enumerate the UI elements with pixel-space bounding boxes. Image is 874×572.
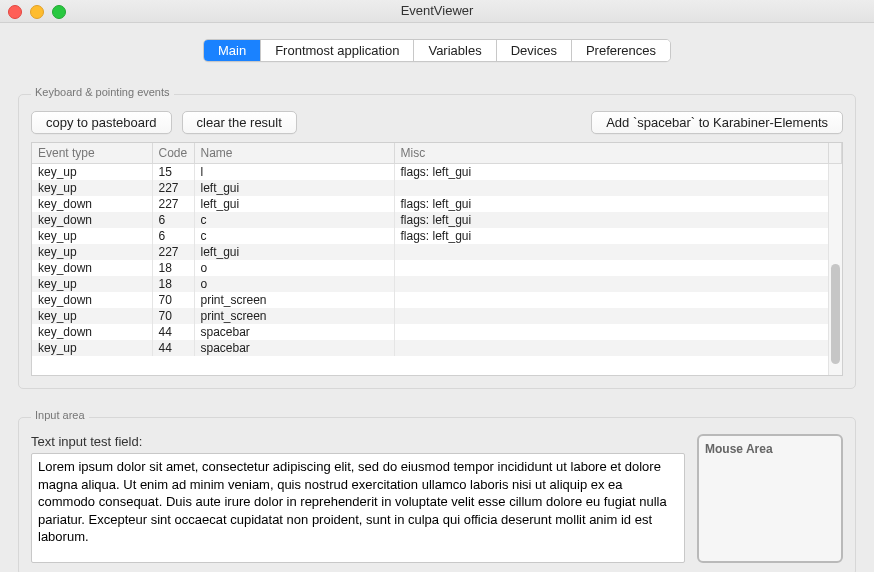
cell-misc — [394, 324, 829, 340]
cell-misc: flags: left_gui — [394, 164, 829, 181]
cell-code: 227 — [152, 180, 194, 196]
cell-event_type: key_up — [32, 308, 152, 324]
mouse-area[interactable]: Mouse Area — [697, 434, 843, 563]
table-row[interactable]: key_up15lflags: left_gui — [32, 164, 842, 181]
table-row[interactable]: key_up227left_gui — [32, 180, 842, 196]
cell-event_type: key_up — [32, 180, 152, 196]
cell-code: 227 — [152, 196, 194, 212]
cell-name: o — [194, 276, 394, 292]
column-header-misc[interactable]: Misc — [394, 143, 829, 164]
window-minimize-button[interactable] — [30, 5, 44, 19]
column-header-event-type[interactable]: Event type — [32, 143, 152, 164]
cell-name: o — [194, 260, 394, 276]
cell-name: left_gui — [194, 180, 394, 196]
table-row[interactable]: key_up227left_gui — [32, 244, 842, 260]
table-row[interactable]: key_down18o — [32, 260, 842, 276]
cell-code: 6 — [152, 228, 194, 244]
cell-misc: flags: left_gui — [394, 228, 829, 244]
column-header-code[interactable]: Code — [152, 143, 194, 164]
table-row[interactable]: key_up44spacebar — [32, 340, 842, 356]
cell-misc — [394, 260, 829, 276]
cell-misc — [394, 340, 829, 356]
add-spacebar-button[interactable]: Add `spacebar` to Karabiner-Elements — [591, 111, 843, 134]
cell-name: spacebar — [194, 324, 394, 340]
tab-bar: MainFrontmost applicationVariablesDevice… — [0, 39, 874, 62]
cell-misc — [394, 292, 829, 308]
table-row[interactable]: key_up6cflags: left_gui — [32, 228, 842, 244]
tab-variables[interactable]: Variables — [414, 40, 496, 61]
cell-name: l — [194, 164, 394, 181]
cell-event_type: key_down — [32, 196, 152, 212]
table-row[interactable]: key_up18o — [32, 276, 842, 292]
events-panel-title: Keyboard & pointing events — [31, 86, 174, 98]
events-panel: Keyboard & pointing events copy to paste… — [18, 94, 856, 389]
cell-name: print_screen — [194, 308, 394, 324]
text-input-field[interactable] — [31, 453, 685, 563]
cell-name: print_screen — [194, 292, 394, 308]
window-close-button[interactable] — [8, 5, 22, 19]
input-panel-title: Input area — [31, 409, 89, 421]
column-header-tail — [829, 143, 842, 164]
cell-code: 44 — [152, 324, 194, 340]
cell-code: 44 — [152, 340, 194, 356]
cell-code: 70 — [152, 292, 194, 308]
segmented-control: MainFrontmost applicationVariablesDevice… — [203, 39, 671, 62]
input-panel: Input area Text input test field: Mouse … — [18, 417, 856, 572]
table-row[interactable]: key_down6cflags: left_gui — [32, 212, 842, 228]
cell-event_type: key_up — [32, 244, 152, 260]
cell-event_type: key_up — [32, 228, 152, 244]
table-scrollbar[interactable] — [828, 164, 842, 375]
cell-name: spacebar — [194, 340, 394, 356]
window-controls — [8, 5, 66, 19]
cell-code: 6 — [152, 212, 194, 228]
column-header-name[interactable]: Name — [194, 143, 394, 164]
cell-code: 18 — [152, 260, 194, 276]
table-row[interactable]: key_down70print_screen — [32, 292, 842, 308]
titlebar: EventViewer — [0, 0, 874, 23]
cell-code: 70 — [152, 308, 194, 324]
cell-misc — [394, 276, 829, 292]
cell-code: 18 — [152, 276, 194, 292]
table-row[interactable]: key_down227left_guiflags: left_gui — [32, 196, 842, 212]
cell-name: c — [194, 212, 394, 228]
cell-code: 227 — [152, 244, 194, 260]
cell-name: left_gui — [194, 244, 394, 260]
cell-event_type: key_up — [32, 276, 152, 292]
cell-misc — [394, 180, 829, 196]
cell-event_type: key_down — [32, 260, 152, 276]
mouse-area-label: Mouse Area — [705, 442, 773, 456]
tab-preferences[interactable]: Preferences — [572, 40, 670, 61]
table-row[interactable]: key_up70print_screen — [32, 308, 842, 324]
cell-event_type: key_up — [32, 164, 152, 181]
cell-misc: flags: left_gui — [394, 196, 829, 212]
tab-devices[interactable]: Devices — [497, 40, 572, 61]
cell-misc: flags: left_gui — [394, 212, 829, 228]
cell-misc — [394, 244, 829, 260]
cell-misc — [394, 308, 829, 324]
cell-event_type: key_down — [32, 212, 152, 228]
window-title: EventViewer — [401, 3, 474, 18]
window-zoom-button[interactable] — [52, 5, 66, 19]
cell-code: 15 — [152, 164, 194, 181]
text-input-label: Text input test field: — [31, 434, 685, 449]
tab-main[interactable]: Main — [204, 40, 261, 61]
table-scroll-thumb[interactable] — [831, 264, 840, 364]
tab-frontmost-application[interactable]: Frontmost application — [261, 40, 414, 61]
table-row[interactable]: key_down44spacebar — [32, 324, 842, 340]
clear-result-button[interactable]: clear the result — [182, 111, 297, 134]
cell-name: left_gui — [194, 196, 394, 212]
cell-event_type: key_down — [32, 324, 152, 340]
cell-name: c — [194, 228, 394, 244]
cell-event_type: key_up — [32, 340, 152, 356]
copy-to-pasteboard-button[interactable]: copy to pasteboard — [31, 111, 172, 134]
events-table: Event type Code Name Misc key_up15lflags… — [31, 142, 843, 376]
cell-event_type: key_down — [32, 292, 152, 308]
